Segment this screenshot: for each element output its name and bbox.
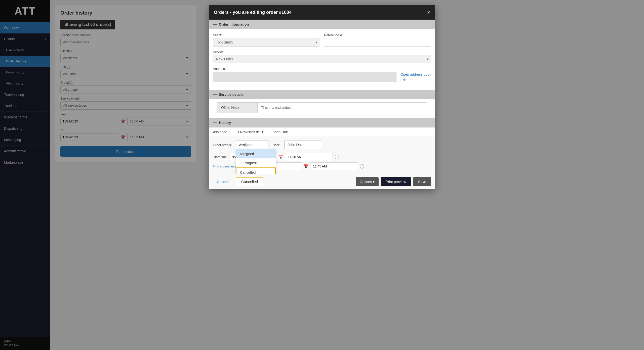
modal-overlay: Orders - you are editing order #1004 × —… [0,0,644,350]
history-user: John Doe [273,130,288,134]
order-status-dropdown-wrapper: Assigned Assigned In Progress Cancelled [236,141,268,149]
cancelled-button[interactable]: Cancelled [236,177,264,186]
history-label: History [219,121,231,125]
order-information-form: Client: ▾ Reference #: Service: [209,29,435,90]
office-notes-input[interactable] [257,103,427,113]
office-notes-label: Office Notes [217,103,257,113]
address-box [213,72,396,82]
address-row: Address: Open address book Edit [213,67,431,82]
user-label: User: [272,143,280,147]
clock-icon[interactable]: 🕐 [359,164,365,169]
modal-title: Orders - you are editing order #1004 [214,10,292,15]
reference-input[interactable] [324,38,431,47]
options-button[interactable]: Options ▾ [356,177,379,186]
cancel-button[interactable]: Cancel [213,178,233,186]
save-button[interactable]: Save [413,177,431,186]
history-action: Assigned [213,130,227,134]
service-details-header: — Service details [209,90,435,99]
history-date: 11/29/2023 8:19 [237,130,263,134]
service-dropdown-icon[interactable]: ▾ [427,57,429,61]
reference-group: Reference #: [324,33,431,47]
address-label: Address: [213,67,396,71]
history-entry: Assigned 11/29/2023 8:19 John Doe [209,127,435,137]
order-information-label: Order information [219,22,249,26]
footer-right: Options ▾ Print preview Save [356,177,431,186]
order-information-header: — Order information [209,20,435,29]
modal-header: Orders - you are editing order #1004 × [209,5,435,20]
service-input[interactable] [213,55,431,63]
order-status-label: Order status: [213,143,232,147]
status-option-cancelled[interactable]: Cancelled [236,167,276,174]
address-actions: Open address book Edit [400,67,431,82]
collapse-icon[interactable]: — [213,120,217,125]
modal-close-button[interactable]: × [427,9,430,16]
user-select-wrapper: John Doe [284,141,322,149]
service-label: Service: [213,50,431,54]
status-dropdown-popup: Assigned In Progress Cancelled [236,149,276,174]
clock-icon[interactable]: 🕐 [334,155,339,159]
address-group: Address: [213,67,396,82]
office-notes-row: Office Notes [217,102,427,113]
end-time-input[interactable] [310,162,358,170]
calendar-icon[interactable]: 📅 [304,164,309,169]
chevron-down-icon: ▾ [373,180,375,184]
collapse-icon[interactable]: — [213,92,217,97]
reference-label: Reference #: [324,33,431,37]
orders-modal: Orders - you are editing order #1004 × —… [209,5,435,189]
order-status-select[interactable]: Assigned [236,141,268,149]
start-time-input[interactable] [285,153,333,161]
modal-footer: Cancel Cancelled Options ▾ Print preview… [209,174,435,189]
history-section-header: — History [209,118,435,127]
client-dropdown-icon[interactable]: ▾ [316,40,317,44]
client-label: Client: [213,33,320,37]
calendar-icon[interactable]: 📅 [278,155,284,159]
footer-left: Cancel Cancelled [213,177,263,186]
service-details-label: Service details [219,93,244,97]
status-option-in-progress[interactable]: In Progress [236,158,276,167]
office-notes-section: Office Notes [209,99,435,118]
modal-body: — Order information Client: ▾ Reference … [209,20,435,174]
user-select[interactable]: John Doe [284,141,322,149]
client-input[interactable] [213,38,320,47]
open-address-book-link[interactable]: Open address book [400,72,431,76]
service-group: Service: ▾ [213,50,431,63]
status-option-assigned[interactable]: Assigned [236,149,276,158]
client-group: Client: ▾ [213,33,320,47]
edit-address-link[interactable]: Edit [400,78,407,82]
start-time-label: Start time: [213,155,228,159]
find-closest-user-link[interactable]: Find closest user [213,164,237,168]
client-reference-row: Client: ▾ Reference #: [213,33,431,47]
print-preview-button[interactable]: Print preview [381,177,411,186]
service-row: Service: ▾ [213,50,431,63]
collapse-icon[interactable]: — [213,22,217,27]
order-status-bar: Order status: Assigned Assigned In Progr… [209,137,435,174]
